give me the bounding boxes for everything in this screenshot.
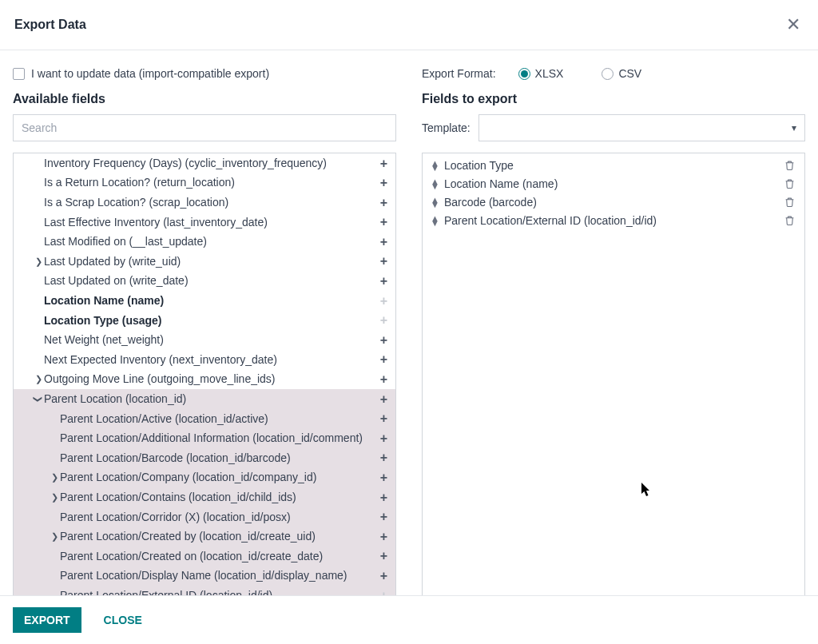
drag-handle-icon[interactable]: ▲▼ (431, 179, 439, 189)
export-field-row[interactable]: ▲▼Parent Location/External ID (location_… (423, 212, 804, 230)
caret-right-icon[interactable]: ❯ (49, 531, 60, 543)
available-field-row[interactable]: ❯Outgoing Move Line (outgoing_move_line_… (14, 370, 395, 390)
available-field-row[interactable]: ❯Last Updated by (write_uid)+ (14, 252, 395, 272)
available-field-row[interactable]: ❯Last Updated on (write_date)+ (14, 272, 395, 292)
import-compat-checkbox[interactable] (13, 68, 25, 80)
export-field-row[interactable]: ▲▼Location Name (name) (423, 175, 804, 193)
available-field-row[interactable]: ❯Location Name (name)+ (14, 291, 395, 311)
available-fields-box[interactable]: ❯Inventory Frequency (Days) (cyclic_inve… (13, 153, 396, 597)
field-label: Location Name (name) (44, 293, 164, 308)
drag-handle-icon[interactable]: ▲▼ (431, 197, 439, 207)
export-format-row: Export Format: XLSX CSV (422, 63, 805, 84)
template-select[interactable]: ▾ (478, 114, 805, 141)
plus-icon[interactable]: + (375, 351, 387, 368)
radio-xlsx-indicator[interactable] (518, 68, 530, 80)
available-field-row[interactable]: ❯Net Weight (net_weight)+ (14, 330, 395, 350)
field-label: Parent Location/Company (location_id/com… (60, 470, 316, 485)
plus-icon[interactable]: + (375, 567, 387, 585)
template-label: Template: (422, 121, 471, 134)
fields-to-export-title: Fields to export (422, 92, 805, 106)
plus-icon[interactable]: + (375, 174, 387, 192)
left-column: I want to update data (import-compatible… (13, 63, 396, 597)
plus-icon[interactable]: + (375, 430, 387, 447)
plus-icon[interactable]: + (375, 391, 387, 408)
field-label: Is a Scrap Location? (scrap_location) (44, 195, 228, 210)
plus-icon[interactable]: + (375, 371, 387, 388)
available-field-row[interactable]: ❯Parent Location/Display Name (location_… (14, 566, 395, 586)
plus-icon[interactable]: + (375, 332, 387, 349)
export-field-row[interactable]: ▲▼Location Type (423, 157, 804, 175)
caret-down-icon[interactable]: ❯ (33, 393, 45, 404)
search-input[interactable] (13, 114, 396, 141)
export-field-label: Location Type (444, 158, 784, 173)
plus-icon[interactable]: + (375, 489, 387, 507)
plus-icon[interactable]: + (375, 449, 387, 467)
close-button[interactable]: CLOSE (93, 607, 153, 633)
available-field-row[interactable]: ❯Parent Location/Created by (location_id… (14, 527, 395, 547)
trash-icon[interactable] (784, 215, 795, 226)
plus-icon[interactable]: + (375, 528, 387, 546)
available-field-row[interactable]: ❯Is a Scrap Location? (scrap_location)+ (14, 193, 395, 213)
available-field-row[interactable]: ❯Parent Location/Company (location_id/co… (14, 468, 395, 488)
plus-icon[interactable]: + (375, 213, 387, 231)
available-field-row[interactable]: ❯Parent Location/Additional Information … (14, 428, 395, 448)
available-field-row[interactable]: ❯Parent Location/Contains (location_id/c… (14, 487, 395, 507)
close-icon[interactable]: ✕ (783, 14, 804, 35)
trash-icon[interactable] (784, 160, 795, 171)
template-row: Template: ▾ (422, 114, 805, 141)
plus-icon[interactable]: + (375, 547, 387, 565)
import-compat-row[interactable]: I want to update data (import-compatible… (13, 63, 396, 84)
field-label: Inventory Frequency (Days) (cyclic_inven… (44, 156, 327, 171)
caret-right-icon[interactable]: ❯ (49, 471, 60, 483)
available-field-row[interactable]: ❯Parent Location/Active (location_id/act… (14, 409, 395, 429)
plus-icon[interactable]: + (375, 233, 387, 251)
available-field-row[interactable]: ❯Parent Location/Corridor (X) (location_… (14, 507, 395, 527)
plus-icon[interactable]: + (375, 508, 387, 526)
available-field-row[interactable]: ❯Parent Location/Created on (location_id… (14, 547, 395, 566)
plus-icon[interactable]: + (375, 469, 387, 487)
plus-icon[interactable]: + (375, 194, 387, 212)
available-field-row[interactable]: ❯Parent Location (location_id)+ (14, 389, 395, 409)
field-label: Parent Location/Corridor (X) (location_i… (60, 510, 291, 525)
export-field-label: Location Name (name) (444, 177, 784, 192)
caret-right-icon[interactable]: ❯ (33, 256, 44, 268)
export-fields-box[interactable]: ▲▼Location Type▲▼Location Name (name)▲▼B… (422, 153, 805, 597)
available-field-row[interactable]: ❯Next Expected Inventory (next_inventory… (14, 350, 395, 370)
radio-xlsx-label: XLSX (535, 67, 564, 80)
available-field-row[interactable]: ❯Last Modified on (__last_update)+ (14, 232, 395, 252)
caret-right-icon[interactable]: ❯ (33, 373, 44, 385)
field-label: Location Type (usage) (44, 313, 162, 328)
export-button[interactable]: EXPORT (13, 607, 81, 633)
export-field-row[interactable]: ▲▼Barcode (barcode) (423, 193, 804, 212)
field-label: Is a Return Location? (return_location) (44, 175, 235, 190)
field-label: Parent Location/Active (location_id/acti… (60, 411, 268, 427)
radio-csv-indicator[interactable] (602, 68, 614, 80)
available-field-row[interactable]: ❯Is a Return Location? (return_location)… (14, 173, 395, 193)
plus-icon[interactable]: + (375, 155, 387, 173)
plus-icon[interactable]: + (375, 410, 387, 427)
available-field-row[interactable]: ❯Parent Location/Barcode (location_id/ba… (14, 448, 395, 468)
caret-right-icon[interactable]: ❯ (49, 491, 60, 503)
plus-icon: + (375, 312, 387, 329)
trash-icon[interactable] (784, 197, 795, 208)
available-field-row[interactable]: ❯Location Type (usage)+ (14, 311, 395, 331)
field-label: Parent Location/Additional Information (… (60, 431, 363, 446)
modal-body: I want to update data (import-compatible… (0, 50, 818, 597)
radio-csv[interactable]: CSV (602, 67, 641, 80)
field-label: Last Updated by (write_uid) (44, 254, 181, 269)
available-field-row[interactable]: ❯Last Effective Inventory (last_inventor… (14, 213, 395, 233)
modal-header: Export Data ✕ (0, 0, 818, 50)
radio-xlsx[interactable]: XLSX (518, 67, 564, 80)
field-label: Last Modified on (__last_update) (44, 234, 207, 249)
drag-handle-icon[interactable]: ▲▼ (431, 216, 439, 225)
field-label: Outgoing Move Line (outgoing_move_line_i… (44, 372, 276, 387)
available-field-row[interactable]: ❯Inventory Frequency (Days) (cyclic_inve… (14, 153, 395, 173)
drag-handle-icon[interactable]: ▲▼ (431, 161, 439, 170)
trash-icon[interactable] (784, 178, 795, 189)
plus-icon[interactable]: + (375, 252, 387, 270)
export-field-label: Barcode (barcode) (444, 195, 784, 210)
field-label: Parent Location (location_id) (44, 392, 186, 407)
plus-icon[interactable]: + (375, 272, 387, 290)
radio-csv-label: CSV (618, 67, 641, 80)
field-label: Parent Location/Contains (location_id/ch… (60, 490, 296, 505)
